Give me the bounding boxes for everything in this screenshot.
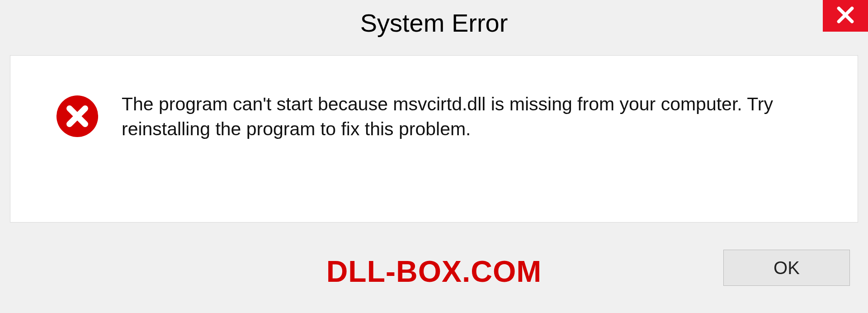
dialog-footer: DLL-BOX.COM OK bbox=[0, 223, 868, 313]
close-button[interactable] bbox=[823, 0, 868, 32]
watermark-text: DLL-BOX.COM bbox=[326, 254, 542, 289]
error-icon bbox=[56, 95, 99, 138]
close-icon bbox=[835, 5, 855, 27]
dialog-content: The program can't start because msvcirtd… bbox=[10, 55, 858, 223]
dialog-message: The program can't start because msvcirtd… bbox=[122, 92, 830, 142]
dialog-title: System Error bbox=[360, 8, 508, 38]
ok-button[interactable]: OK bbox=[723, 250, 850, 286]
titlebar: System Error bbox=[0, 0, 868, 45]
